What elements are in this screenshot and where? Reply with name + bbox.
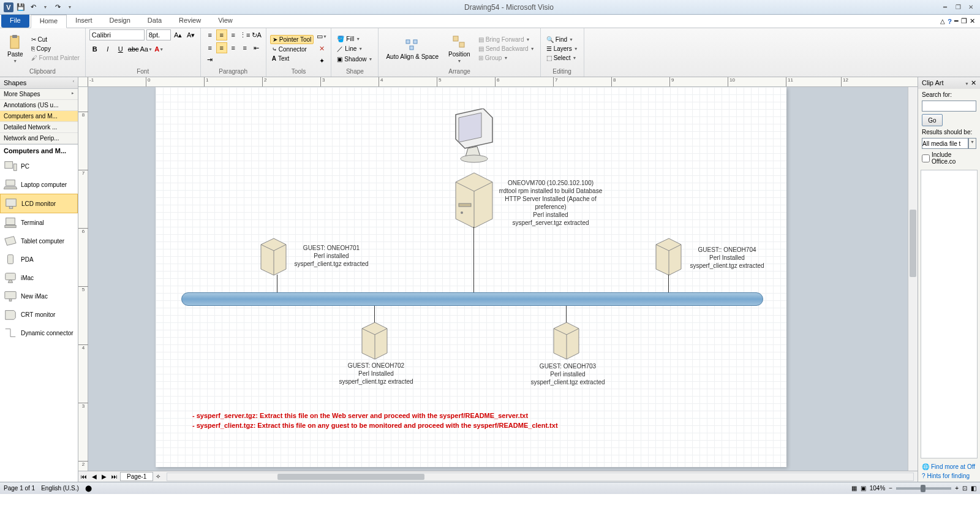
include-office-check[interactable]: Include Office.co (922, 151, 976, 165)
indent-inc-icon[interactable]: ⇥ (205, 54, 216, 65)
connector-tool-button[interactable]: ⤷Connector (270, 45, 314, 53)
autoalign-button[interactable]: Auto Align & Space (382, 36, 442, 61)
conn-703[interactable] (566, 306, 567, 322)
select-button[interactable]: ⬚Select▼ (545, 54, 580, 62)
view-normal-icon[interactable]: ▦ (851, 485, 857, 492)
guest-701-shape[interactable] (257, 236, 290, 276)
stencil-detailed-network[interactable]: Detailed Network ... (0, 122, 78, 133)
guest-703-label[interactable]: GUEST: ONEOH703Perl installedsysperf_cli… (528, 362, 608, 386)
doc-restore-icon[interactable]: ❐ (961, 17, 967, 25)
hints-link[interactable]: ?Hints for finding (922, 473, 976, 479)
shape-lcd-monitor[interactable]: LCD monitor (0, 194, 78, 213)
undo-dropdown-icon[interactable]: ▼ (40, 2, 50, 12)
help-icon[interactable]: ? (948, 18, 952, 25)
find-more-link[interactable]: 🌐Find more at Off (922, 463, 976, 470)
stencil-annotations[interactable]: Annotations (US u... (0, 100, 78, 111)
font-name-combo[interactable] (89, 29, 145, 40)
guest-703-shape[interactable] (549, 320, 583, 360)
more-shapes[interactable]: More Shapes▸ (0, 89, 78, 100)
note-client[interactable]: - sysperf_client.tgz: Extract this file … (192, 422, 558, 429)
clipart-go-button[interactable]: Go (922, 114, 943, 126)
cut-button[interactable]: ✂Cut (29, 36, 81, 44)
new-page-icon[interactable]: ✧ (153, 473, 163, 480)
send-backward-button[interactable]: ▤Send Backward▼ (477, 45, 537, 53)
conn-702[interactable] (374, 306, 375, 322)
language-status[interactable]: English (U.S.) (41, 485, 79, 492)
indent-dec-icon[interactable]: ⇤ (251, 42, 262, 53)
align-right-icon[interactable]: ≡ (228, 42, 239, 53)
clipart-search-input[interactable] (922, 101, 976, 112)
zoom-level[interactable]: 104% (870, 485, 886, 492)
qat-customize-icon[interactable]: ▼ (65, 2, 75, 12)
fit-window-icon[interactable]: ⊡ (962, 485, 967, 492)
clipart-close-icon[interactable]: ✕ (971, 79, 976, 86)
restore-icon[interactable]: ❐ (952, 3, 963, 12)
drawing-canvas[interactable]: ONEOVM700 (10.250.102.100)rrdtool rpm in… (88, 87, 908, 471)
collapse-icon[interactable]: ‹ (73, 79, 74, 86)
tab-design[interactable]: Design (101, 15, 139, 28)
lcd-monitor-shape[interactable] (450, 108, 499, 164)
ribbon-minimize-icon[interactable]: △ (940, 18, 945, 25)
align-bottom-icon[interactable]: ≡ (228, 29, 239, 40)
rotate-text-icon[interactable]: ↻A (251, 29, 262, 40)
tab-last-icon[interactable]: ⏭ (109, 473, 120, 480)
align-middle-icon[interactable]: ≡ (216, 29, 227, 40)
tab-home[interactable]: Home (31, 15, 67, 28)
zoom-out-icon[interactable]: − (889, 485, 892, 492)
page-tab-1[interactable]: Page-1 (120, 472, 153, 481)
stencil-computers[interactable]: Computers and M... (0, 111, 78, 122)
results-type-select[interactable] (922, 138, 968, 149)
shape-pc[interactable]: PC (0, 157, 78, 175)
align-center-icon[interactable]: ≡ (216, 42, 227, 53)
minimize-icon[interactable]: ━ (940, 3, 951, 12)
server-main-label[interactable]: ONEOVM700 (10.250.102.100)rrdtool rpm in… (499, 179, 603, 227)
undo-icon[interactable]: ↶ (28, 2, 38, 12)
guest-702-shape[interactable] (358, 320, 391, 360)
bullets-icon[interactable]: ⋮≡ (239, 29, 251, 40)
shape-imac[interactable]: iMac (0, 268, 78, 287)
vertical-scrollbar[interactable] (908, 87, 918, 471)
pointer-tool-button[interactable]: ➤Pointer Tool (270, 35, 314, 44)
zoom-in-icon[interactable]: + (955, 485, 959, 492)
shape-laptop[interactable]: Laptop computer (0, 175, 78, 194)
conn-main[interactable] (473, 227, 474, 292)
horizontal-scrollbar[interactable] (167, 473, 914, 481)
zoom-thumb[interactable] (921, 485, 925, 492)
zoom-slider[interactable] (896, 487, 951, 490)
guest-701-label[interactable]: GUEST: ONEOH701Perl installedsysperf_cli… (292, 244, 371, 268)
copy-button[interactable]: ⎘Copy (29, 45, 81, 53)
bold-button[interactable]: B (89, 44, 100, 55)
macro-record-icon[interactable]: ⬤ (85, 485, 92, 492)
font-color-button[interactable]: A▼ (154, 44, 165, 55)
close-icon[interactable]: ✕ (965, 3, 976, 12)
guest-704-label[interactable]: GUEST:: ONEOH704Perl Installedsysperf_cl… (687, 246, 767, 270)
position-button[interactable]: Position▼ (445, 34, 474, 64)
connection-point-icon[interactable]: ✦ (316, 56, 327, 67)
shape-new-imac[interactable]: New iMac (0, 287, 78, 305)
network-bus[interactable] (181, 292, 763, 306)
shape-terminal[interactable]: Terminal (0, 213, 78, 232)
switch-windows-icon[interactable]: ◧ (971, 485, 976, 492)
note-server[interactable]: - sysperf_server.tgz: Extract this file … (192, 412, 528, 419)
hscroll-thumb[interactable] (277, 474, 424, 480)
shape-tablet[interactable]: Tablet computer (0, 232, 78, 250)
guest-702-label[interactable]: GUEST: ONEOH702Perl Installedsysperf_cli… (336, 362, 416, 386)
tab-review[interactable]: Review (170, 15, 209, 28)
shape-crt-monitor[interactable]: CRT monitor (0, 305, 78, 324)
stencil-network-periph[interactable]: Network and Perip... (0, 133, 78, 144)
guest-704-shape[interactable] (652, 236, 685, 276)
shadow-button[interactable]: ▣Shadow▼ (335, 55, 374, 63)
align-top-icon[interactable]: ≡ (205, 29, 216, 40)
shape-pda[interactable]: PDA (0, 250, 78, 268)
paste-button[interactable]: Paste ▼ (4, 34, 27, 64)
line-button[interactable]: ／Line▼ (335, 44, 374, 54)
rectangle-tool-icon[interactable]: ▭▼ (316, 31, 327, 42)
underline-button[interactable]: U (115, 44, 126, 55)
format-painter-button[interactable]: 🖌Format Painter (29, 54, 81, 62)
conn-704[interactable] (668, 275, 669, 292)
tab-view[interactable]: View (209, 15, 241, 28)
tab-next-icon[interactable]: ▶ (99, 473, 109, 480)
clipart-dropdown-icon[interactable]: ▼ (965, 82, 969, 86)
doc-close-icon[interactable]: ✕ (970, 17, 975, 25)
vscroll-thumb[interactable] (910, 210, 916, 277)
